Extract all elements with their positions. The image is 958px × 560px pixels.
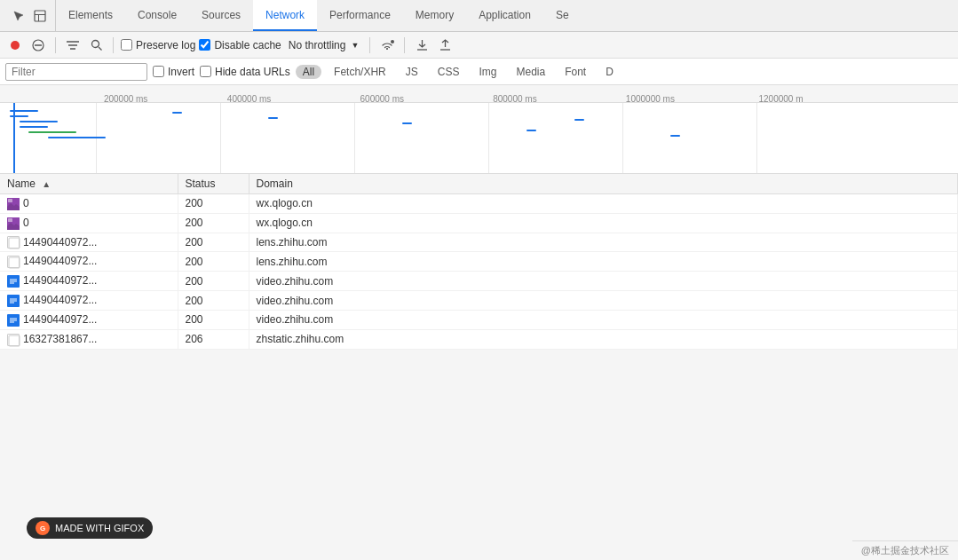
import-button[interactable] [412,35,431,55]
domain-cell: video.zhihu.com [249,272,958,291]
network-table-body: 0200wx.qlogo.cn0200wx.qlogo.cn1449044097… [0,194,958,350]
filter-type-img[interactable]: Img [471,65,503,79]
cursor-icon[interactable] [11,8,27,24]
toolbar-divider-2 [113,37,114,53]
timeline-bar-11 [574,119,584,121]
disable-cache-checkbox[interactable] [199,39,210,51]
status-cell: 200 [178,213,249,233]
network-toolbar: Preserve log Disable cache No throttling… [0,32,958,59]
col-name-header[interactable]: Name ▲ [0,174,178,194]
disable-cache-label[interactable]: Disable cache [199,39,281,51]
col-status-header[interactable]: Status [178,174,249,194]
timeline-cursor [13,103,15,173]
ruler-mark-6: 1200000 m [759,94,804,104]
filter-type-all[interactable]: All [296,65,321,79]
timeline-bar-10 [527,130,536,131]
empty-file-icon [7,256,20,268]
layout-icon[interactable] [32,8,48,24]
tab-application[interactable]: Application [466,0,543,31]
name-cell: 14490440972... [0,233,178,252]
svg-rect-1 [35,14,45,15]
hide-data-urls-text: Hide data URLs [215,66,290,78]
filter-toggle-button[interactable] [63,35,83,55]
timeline-bar-2 [10,115,29,117]
ruler-mark-3: 600000 ms [360,94,404,104]
filter-type-js[interactable]: JS [399,65,425,79]
grid-line-5 [622,103,623,173]
timeline-bar-7 [172,112,182,114]
svg-rect-20 [9,238,20,248]
filter-type-media[interactable]: Media [509,65,552,79]
status-cell: 200 [178,272,249,291]
status-cell: 200 [178,252,249,272]
col-domain-header[interactable]: Domain [249,174,958,194]
tab-elements[interactable]: Elements [56,0,125,31]
filter-input[interactable] [5,63,147,81]
domain-cell: wx.qlogo.cn [249,194,958,214]
search-button[interactable] [86,35,106,55]
domain-cell: lens.zhihu.com [249,233,958,252]
svg-rect-19 [8,218,12,222]
row-name: 0 [23,217,29,229]
domain-cell: wx.qlogo.cn [249,213,958,233]
empty-file-icon [7,334,20,346]
status-bar: @稀土掘金技术社区 [852,540,958,560]
chevron-down-icon: ▼ [351,41,359,50]
disable-cache-text: Disable cache [214,39,281,51]
table-row[interactable]: 14490440972...200video.zhihu.com [0,291,958,311]
sort-arrow-icon: ▲ [42,179,51,189]
gifox-badge: G MADE WITH GIFOX [27,517,153,539]
tab-network[interactable]: Network [253,0,317,31]
timeline-bar-9 [402,122,412,124]
ruler-mark-5: 1000000 ms [626,94,675,104]
preserve-log-label[interactable]: Preserve log [121,39,195,51]
timeline-bar-12 [670,135,680,137]
row-name: 14490440972... [23,236,97,248]
hide-data-urls-label[interactable]: Hide data URLs [200,66,290,78]
ruler-mark-2: 400000 ms [227,94,271,104]
invert-checkbox[interactable] [153,66,164,77]
table-row[interactable]: 14490440972...200lens.zhihu.com [0,252,958,272]
timeline-chart[interactable] [0,103,958,174]
filter-type-css[interactable]: CSS [431,65,467,79]
wifi-settings-button[interactable] [377,35,397,55]
name-cell: 14490440972... [0,272,178,291]
table-row[interactable]: 14490440972...200lens.zhihu.com [0,233,958,252]
table-row[interactable]: 14490440972...200video.zhihu.com [0,310,958,329]
domain-cell: video.zhihu.com [249,310,958,329]
tab-memory[interactable]: Memory [403,0,466,31]
invert-label[interactable]: Invert [153,66,194,78]
table-row[interactable]: 16327381867...206zhstatic.zhihu.com [0,329,958,349]
table-header-row: Name ▲ Status Domain [0,174,958,194]
filter-type-font[interactable]: Font [558,65,593,79]
export-button[interactable] [435,35,455,55]
grid-line-2 [220,103,221,173]
table-row[interactable]: 0200wx.qlogo.cn [0,213,958,233]
svg-rect-21 [9,257,20,268]
timeline-bar-6 [48,137,106,138]
table-row[interactable]: 14490440972...200video.zhihu.com [0,272,958,291]
filter-type-fetch-xhr[interactable]: Fetch/XHR [327,65,393,79]
record-button[interactable] [5,35,25,55]
clear-button[interactable] [28,35,48,55]
filter-type-d[interactable]: D [598,65,621,79]
row-name: 14490440972... [23,313,97,326]
domain-cell: video.zhihu.com [249,291,958,311]
tab-bar: Elements Console Sources Network Perform… [0,0,958,32]
name-cell: 14490440972... [0,252,178,272]
tab-sources[interactable]: Sources [189,0,253,31]
ruler-mark-4: 800000 ms [493,94,536,104]
doc-file-icon [7,295,20,307]
tab-more[interactable]: Se [543,0,582,31]
img-file-icon [7,217,20,230]
row-name: 14490440972... [23,274,97,287]
hide-data-urls-checkbox[interactable] [200,66,211,77]
preserve-log-checkbox[interactable] [121,39,132,51]
throttle-selector[interactable]: No throttling ▼ [285,37,363,53]
status-cell: 200 [178,194,249,214]
tab-performance[interactable]: Performance [317,0,403,31]
tab-console[interactable]: Console [125,0,189,31]
name-cell: 14490440972... [0,310,178,329]
table-row[interactable]: 0200wx.qlogo.cn [0,194,958,214]
status-cell: 200 [178,233,249,252]
